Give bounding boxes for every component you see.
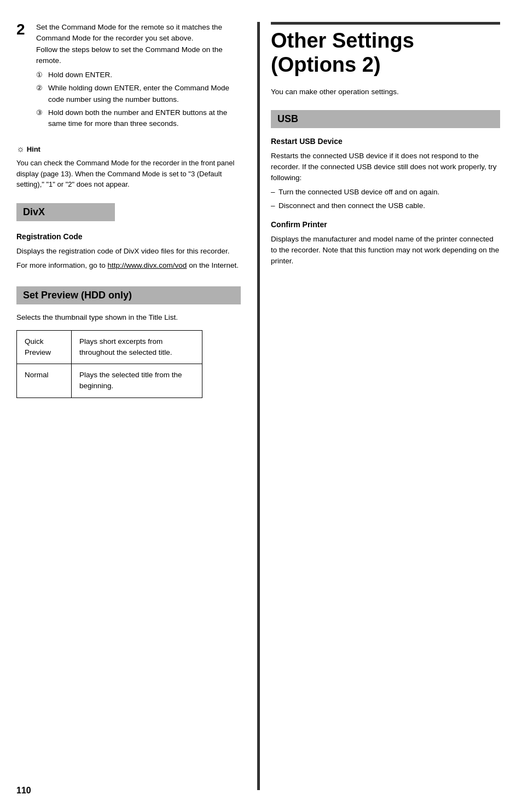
restart-list: Turn the connected USB device off and on… xyxy=(271,187,500,211)
restart-title: Restart USB Device xyxy=(271,136,500,147)
registration-body1: Displays the registration code of DivX v… xyxy=(16,246,241,257)
restart-usb-block: Restart USB Device Restarts the connecte… xyxy=(271,136,500,211)
list-item: Turn the connected USB device off and on… xyxy=(271,187,500,198)
step-follow: Follow the steps below to set the Comman… xyxy=(36,45,223,65)
preview-table: Quick Preview Plays short excerpts from … xyxy=(16,330,202,398)
registration-title: Registration Code xyxy=(16,231,241,243)
page-number: 110 xyxy=(16,786,31,796)
right-column: Other Settings(Options 2) You can make o… xyxy=(257,22,500,790)
hint-block: ☼ Hint You can check the Command Mode fo… xyxy=(16,142,241,190)
hint-body: You can check the Command Mode for the r… xyxy=(16,158,241,190)
hint-title: ☼ Hint xyxy=(16,142,241,156)
divx-link[interactable]: http://www.divx.com/vod xyxy=(108,261,187,269)
step-number: 2 xyxy=(16,22,30,131)
preview-section: Set Preview (HDD only) Selects the thumb… xyxy=(16,286,241,398)
preview-desc-2: Plays the selected title from the beginn… xyxy=(72,364,202,398)
table-row: Quick Preview Plays short excerpts from … xyxy=(17,330,202,364)
usb-section: USB Restart USB Device Restarts the conn… xyxy=(271,110,500,267)
divx-header: DivX xyxy=(16,203,115,221)
confirm-title: Confirm Printer xyxy=(271,219,500,231)
top-divider xyxy=(271,22,500,25)
restart-body: Restarts the connected USB device if it … xyxy=(271,151,500,184)
step-b: While holding down ENTER, enter the Comm… xyxy=(36,83,241,105)
preview-body: Selects the thumbnail type shown in the … xyxy=(16,312,241,398)
step-2-block: 2 Set the Command Mode for the remote so… xyxy=(16,22,241,131)
table-row: Normal Plays the selected title from the… xyxy=(17,364,202,398)
confirm-printer-block: Confirm Printer Displays the manufacture… xyxy=(271,219,500,267)
preview-label-2: Normal xyxy=(17,364,72,398)
left-column: 2 Set the Command Mode for the remote so… xyxy=(16,22,257,790)
registration-body2: For more information, go to http://www.d… xyxy=(16,260,241,271)
right-col-title: Other Settings(Options 2) xyxy=(271,29,500,77)
preview-intro: Selects the thumbnail type shown in the … xyxy=(16,312,241,323)
confirm-body: Displays the manufacturer and model name… xyxy=(271,234,500,267)
preview-label-1: Quick Preview xyxy=(17,330,72,364)
right-col-intro: You can make other operation settings. xyxy=(271,87,500,97)
step-intro: Set the Command Mode for the remote so i… xyxy=(36,23,222,42)
step-list: Hold down ENTER. While holding down ENTE… xyxy=(36,70,241,129)
hint-icon: ☼ xyxy=(16,142,25,156)
step-a: Hold down ENTER. xyxy=(36,70,241,80)
step-content: Set the Command Mode for the remote so i… xyxy=(36,22,241,131)
divx-body: Registration Code Displays the registrat… xyxy=(16,231,241,272)
divx-section: DivX Registration Code Displays the regi… xyxy=(16,203,241,272)
preview-desc-1: Plays short excerpts from throughout the… xyxy=(72,330,202,364)
step-c: Hold down both the number and ENTER butt… xyxy=(36,107,241,130)
preview-header: Set Preview (HDD only) xyxy=(16,286,241,304)
list-item: Disconnect and then connect the USB cabl… xyxy=(271,200,500,211)
usb-header: USB xyxy=(271,110,500,128)
